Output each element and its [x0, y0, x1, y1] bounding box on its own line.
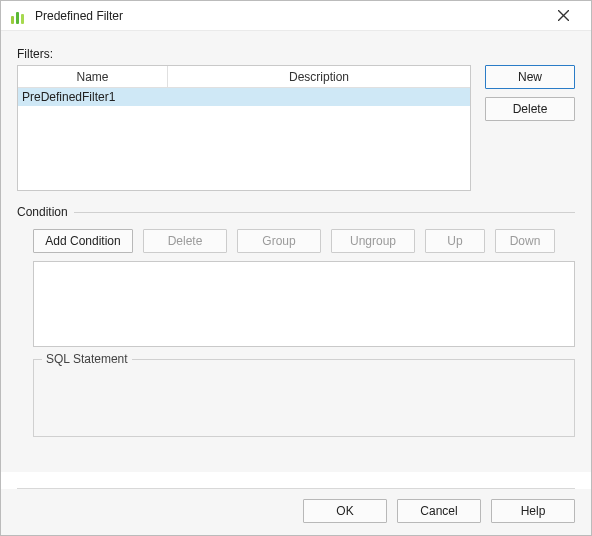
app-icon: [11, 8, 27, 24]
ok-button[interactable]: OK: [303, 499, 387, 523]
section-divider: [74, 212, 575, 213]
new-button[interactable]: New: [485, 65, 575, 89]
filters-table[interactable]: Name Description PreDefinedFilter1: [17, 65, 471, 191]
col-header-description[interactable]: Description: [168, 66, 470, 88]
sql-statement-label: SQL Statement: [42, 352, 132, 366]
filters-row: Name Description PreDefinedFilter1 New D…: [17, 65, 575, 191]
group-button[interactable]: Group: [237, 229, 321, 253]
condition-section-header: Condition: [17, 205, 575, 219]
filters-side-buttons: New Delete: [485, 65, 575, 121]
sql-statement-fieldset: SQL Statement: [33, 359, 575, 437]
table-row[interactable]: PreDefinedFilter1: [18, 88, 470, 106]
close-button[interactable]: [543, 2, 583, 30]
cell-name: PreDefinedFilter1: [18, 90, 168, 104]
help-button[interactable]: Help: [491, 499, 575, 523]
dialog-footer: OK Cancel Help: [1, 489, 591, 535]
delete-condition-button[interactable]: Delete: [143, 229, 227, 253]
dialog-content: Filters: Name Description PreDefinedFilt…: [1, 31, 591, 472]
close-icon: [558, 10, 569, 21]
delete-filter-button[interactable]: Delete: [485, 97, 575, 121]
up-button[interactable]: Up: [425, 229, 485, 253]
condition-list[interactable]: [33, 261, 575, 347]
condition-toolbar: Add Condition Delete Group Ungroup Up Do…: [17, 229, 575, 253]
col-header-name[interactable]: Name: [18, 66, 168, 88]
cancel-button[interactable]: Cancel: [397, 499, 481, 523]
titlebar: Predefined Filter: [1, 1, 591, 31]
window-title: Predefined Filter: [35, 9, 543, 23]
condition-label: Condition: [17, 205, 68, 219]
add-condition-button[interactable]: Add Condition: [33, 229, 133, 253]
filters-label: Filters:: [17, 47, 575, 61]
down-button[interactable]: Down: [495, 229, 555, 253]
table-header: Name Description: [18, 66, 470, 88]
ungroup-button[interactable]: Ungroup: [331, 229, 415, 253]
